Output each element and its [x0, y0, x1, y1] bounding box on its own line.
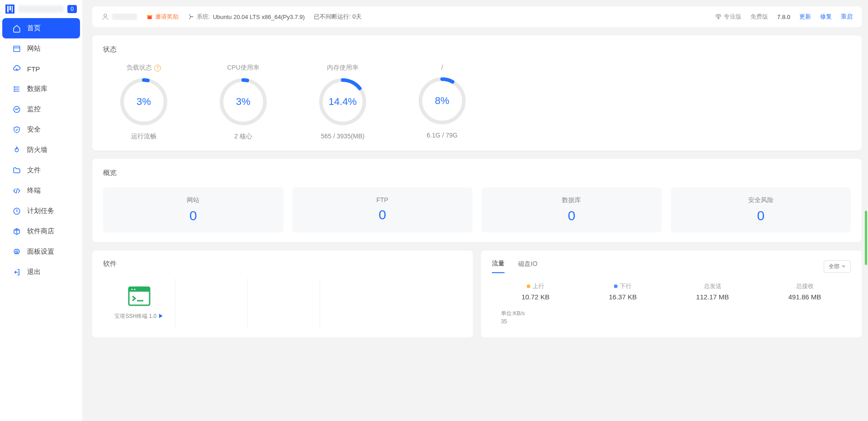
user-info[interactable] — [101, 13, 137, 21]
gauge-2[interactable]: 内存使用率 14.4% 565 / 3935(MB) — [302, 64, 383, 141]
gauge-value: 14.4% — [329, 96, 357, 108]
overview-box-3[interactable]: 安全风险 0 — [671, 187, 851, 232]
chart-unit: 单位:KB/s — [492, 310, 851, 317]
sidebar-item-monitor[interactable]: 监控 — [0, 99, 82, 119]
clock-icon — [13, 207, 21, 215]
bottom-row: 软件 宝塔SSH终端 1.0 ▶ 流量 磁盘IO — [92, 251, 862, 337]
restart-link[interactable]: 重启 — [841, 13, 853, 21]
overview-box-0[interactable]: 网站 0 — [103, 187, 283, 232]
site-icon — [13, 45, 21, 53]
system-info: 系统: Ubuntu 20.04 LTS x86_64(Py3.7.9) — [188, 13, 305, 21]
pro-badge[interactable]: 专业版 — [715, 13, 741, 21]
sidebar-item-settings[interactable]: 面板设置 — [0, 241, 82, 262]
gauge-0[interactable]: 负载状态 ? 3% 运行流畅 — [103, 64, 184, 141]
sidebar-item-label: 首页 — [27, 24, 41, 33]
gauge-title: / — [401, 64, 483, 71]
code-icon — [13, 187, 21, 195]
software-empty-slot — [175, 278, 248, 328]
sidebar-item-database[interactable]: 数据库 — [0, 79, 82, 99]
gauge-subtitle: 2 核心 — [203, 132, 284, 141]
all-dropdown[interactable]: 全部 — [824, 260, 851, 273]
traffic-stats: 上行 10.72 KB 下行 16.37 KB 总发送 112.17 MB 总接… — [492, 282, 851, 301]
svg-rect-1 — [9, 6, 11, 10]
logout-icon — [13, 268, 21, 276]
sidebar-item-cron[interactable]: 计划任务 — [0, 201, 82, 221]
gauge-1[interactable]: CPU使用率 3% 2 核心 — [203, 64, 284, 141]
status-title: 状态 — [103, 45, 851, 54]
sidebar-item-ftp[interactable]: FTP — [0, 59, 82, 79]
traffic-stat-value: 10.72 KB — [522, 293, 550, 301]
version: 7.8.0 — [777, 14, 790, 20]
diamond-icon — [715, 13, 722, 20]
username-blurred — [112, 14, 137, 20]
svg-point-13 — [16, 251, 18, 253]
sidebar-item-label: 监控 — [27, 105, 41, 114]
free-label: 免费版 — [750, 13, 768, 21]
overview-value: 0 — [302, 207, 464, 222]
topbar: 邀请奖励 系统: Ubuntu 20.04 LTS x86_64(Py3.7.9… — [92, 6, 862, 27]
overview-box-2[interactable]: 数据库 0 — [481, 187, 662, 232]
sidebar-header: 0 — [0, 0, 82, 18]
status-card: 状态 负载状态 ? 3% 运行流畅 CPU使用率 3% 2 核心 内存 — [92, 35, 862, 151]
traffic-stat-value: 112.17 MB — [696, 293, 729, 301]
sidebar-item-label: 面板设置 — [27, 247, 54, 256]
tab-diskio[interactable]: 磁盘IO — [518, 260, 538, 273]
help-icon[interactable]: ? — [154, 65, 161, 71]
traffic-stat-0: 上行 10.72 KB — [522, 282, 550, 301]
sidebar-item-logout[interactable]: 退出 — [0, 262, 82, 282]
software-item-ssh[interactable]: 宝塔SSH终端 1.0 ▶ — [103, 278, 175, 328]
sidebar-item-label: 计划任务 — [27, 207, 54, 215]
gauge-subtitle: 6.1G / 79G — [401, 132, 483, 139]
sidebar-item-files[interactable]: 文件 — [0, 160, 82, 180]
gauge-circle: 3% — [119, 77, 168, 126]
svg-point-31 — [131, 289, 132, 290]
cloud-icon — [13, 65, 21, 73]
svg-rect-2 — [12, 6, 13, 12]
overview-label: FTP — [302, 196, 464, 203]
traffic-stat-value: 16.37 KB — [609, 293, 637, 301]
chevron-down-icon — [841, 264, 846, 269]
traffic-stat-1: 下行 16.37 KB — [609, 282, 637, 301]
gauge-3[interactable]: / 8% 6.1G / 79G — [401, 64, 483, 141]
sidebar-item-label: FTP — [27, 65, 40, 73]
traffic-stat-label: 上行 — [522, 282, 550, 290]
update-link[interactable]: 更新 — [799, 13, 811, 21]
chart-tick: 35 — [492, 318, 851, 325]
gauge-title: CPU使用率 — [203, 64, 284, 72]
invite-link[interactable]: 邀请奖励 — [146, 13, 179, 21]
sidebar-item-firewall[interactable]: 防火墙 — [0, 140, 82, 160]
software-empty-slot — [320, 278, 392, 328]
sidebar-item-security[interactable]: 安全 — [0, 119, 82, 140]
overview-box-1[interactable]: FTP 0 — [292, 187, 473, 232]
gauge-circle: 3% — [219, 77, 268, 126]
tab-flow[interactable]: 流量 — [492, 260, 505, 273]
play-icon: ▶ — [156, 313, 163, 319]
sidebar-item-label: 防火墙 — [27, 146, 47, 154]
notification-badge[interactable]: 0 — [67, 5, 77, 13]
sidebar-item-site[interactable]: 网站 — [0, 38, 82, 59]
traffic-stat-label: 总发送 — [696, 282, 729, 290]
gift-icon — [146, 13, 153, 20]
svg-rect-16 — [147, 15, 152, 16]
sidebar-item-label: 网站 — [27, 44, 41, 53]
svg-rect-0 — [7, 6, 9, 12]
sidebar-item-label: 数据库 — [27, 85, 47, 93]
svg-rect-3 — [14, 46, 20, 52]
legend-dot-icon — [527, 284, 530, 288]
svg-point-19 — [189, 14, 190, 15]
scrollbar[interactable] — [865, 211, 867, 265]
software-grid: 宝塔SSH终端 1.0 ▶ — [103, 278, 462, 328]
sidebar-item-terminal[interactable]: 终端 — [0, 180, 82, 201]
shield-icon — [13, 126, 21, 134]
svg-point-14 — [104, 14, 107, 17]
sidebar-item-store[interactable]: 软件商店 — [0, 221, 82, 241]
sidebar-item-home[interactable]: 首页 — [2, 18, 80, 38]
repair-link[interactable]: 修复 — [820, 13, 832, 21]
traffic-stat-label: 总接收 — [788, 282, 821, 290]
overview-label: 安全风险 — [680, 196, 842, 204]
fire-icon — [13, 146, 21, 154]
gauge-value: 8% — [435, 95, 449, 107]
gear-icon — [13, 248, 21, 256]
gauge-circle: 8% — [418, 76, 467, 125]
overview-value: 0 — [491, 208, 653, 223]
